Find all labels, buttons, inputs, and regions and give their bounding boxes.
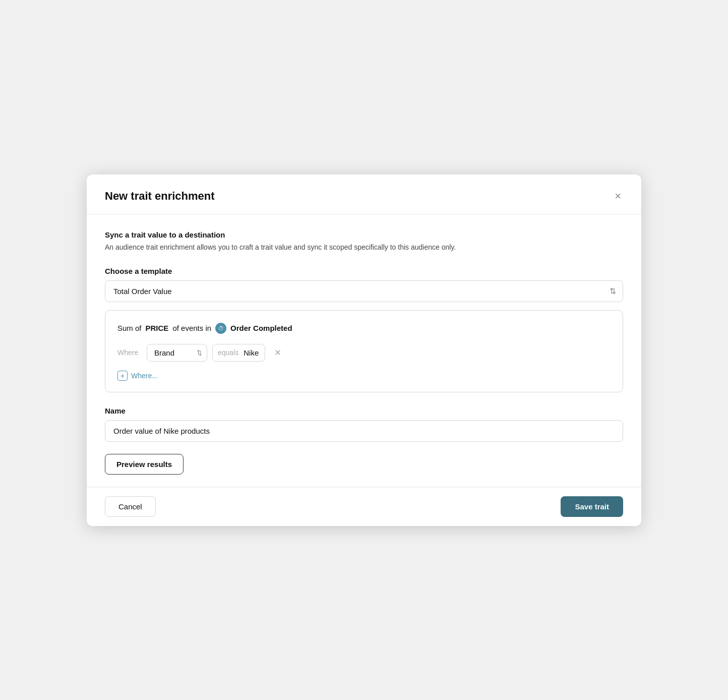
filter-value-text: Nike: [244, 344, 265, 361]
formula-prefix: Sum of: [117, 324, 142, 332]
modal-footer: Cancel Save trait: [87, 487, 641, 526]
equals-value-box: equals Nike: [212, 344, 265, 362]
formula-property: PRICE: [146, 324, 169, 332]
description-body: An audience trait enrichment allows you …: [105, 242, 623, 253]
event-icon: ⏱: [215, 323, 226, 334]
modal-header: New trait enrichment ×: [87, 174, 641, 214]
modal-body: Sync a trait value to a destination An a…: [87, 214, 641, 487]
remove-filter-button[interactable]: ✕: [270, 345, 285, 360]
template-select-wrapper: Total Order Value Order Count Last Order…: [105, 280, 623, 302]
close-button[interactable]: ×: [613, 189, 623, 204]
template-select[interactable]: Total Order Value Order Count Last Order…: [105, 280, 623, 302]
add-where-icon: +: [117, 371, 128, 381]
formula-summary: Sum of PRICE of events in ⏱ Order Comple…: [117, 323, 611, 334]
formula-middle: of events in: [172, 324, 211, 332]
formula-box: Sum of PRICE of events in ⏱ Order Comple…: [105, 310, 623, 392]
name-input[interactable]: [105, 420, 623, 442]
add-where-button[interactable]: + Where...: [117, 370, 158, 382]
add-where-label: Where...: [131, 372, 158, 380]
brand-select-wrapper: Brand Category SKU ⇅: [147, 344, 207, 362]
modal-title: New trait enrichment: [105, 190, 215, 203]
where-row: Where Brand Category SKU ⇅ equals Nike ✕: [117, 344, 611, 362]
template-section-label: Choose a template: [105, 267, 623, 275]
name-section: Name: [105, 406, 623, 442]
filter-operator-label: equals: [213, 344, 244, 361]
modal: New trait enrichment × Sync a trait valu…: [87, 174, 641, 526]
cancel-button[interactable]: Cancel: [105, 496, 156, 517]
formula-event-name: Order Completed: [230, 324, 292, 332]
save-trait-button[interactable]: Save trait: [561, 496, 623, 517]
description-title: Sync a trait value to a destination: [105, 230, 623, 239]
filter-field-select[interactable]: Brand Category SKU: [147, 344, 207, 362]
preview-results-button[interactable]: Preview results: [105, 454, 184, 475]
name-label: Name: [105, 406, 623, 415]
where-label: Where: [117, 348, 142, 357]
